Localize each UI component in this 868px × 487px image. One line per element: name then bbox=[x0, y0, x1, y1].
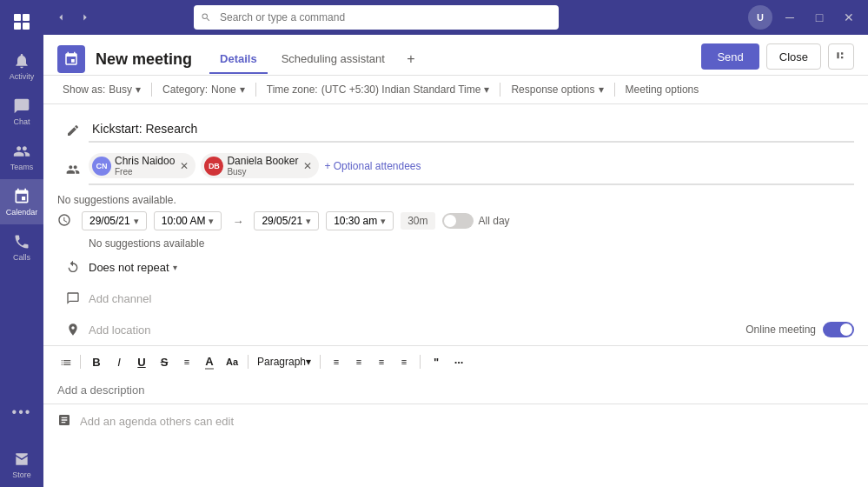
search-icon bbox=[201, 12, 211, 23]
online-toggle-knob bbox=[840, 324, 852, 336]
italic-button[interactable]: I bbox=[109, 351, 129, 372]
tab-details[interactable]: Details bbox=[209, 45, 268, 74]
remove-attendee-chris[interactable]: ✕ bbox=[180, 160, 189, 172]
category-label: Category: bbox=[162, 83, 208, 96]
close-window-button[interactable]: ✕ bbox=[837, 5, 861, 30]
title-icon bbox=[57, 117, 89, 137]
attendee-avatar-chris: CN bbox=[92, 157, 111, 176]
location-placeholder[interactable]: Add location bbox=[89, 324, 745, 337]
send-button[interactable]: Send bbox=[701, 43, 759, 70]
online-meeting-switch[interactable] bbox=[823, 322, 854, 337]
remove-attendee-daniela[interactable]: ✕ bbox=[303, 160, 312, 172]
sidebar-app-icon bbox=[0, 0, 43, 43]
category-chevron: ▾ bbox=[240, 83, 245, 96]
numbers-button[interactable]: ≡ bbox=[394, 351, 414, 372]
response-label: Response options bbox=[511, 83, 594, 96]
attendee-info-chris: Chris Naidoo Free bbox=[115, 155, 175, 177]
attendee-info-daniela: Daniela Booker Busy bbox=[227, 155, 298, 177]
form-area: CN Chris Naidoo Free ✕ DB Daniela Booker bbox=[43, 104, 868, 487]
more-icon: ••• bbox=[12, 404, 32, 420]
location-row: Add location Online meeting bbox=[43, 314, 868, 345]
response-options[interactable]: Response options ▾ bbox=[506, 81, 608, 98]
sidebar-item-store[interactable]: Store bbox=[0, 442, 43, 487]
repeat-selector[interactable]: Does not repeat ▾ bbox=[89, 261, 854, 274]
timezone-selector[interactable]: Time zone: (UTC +5:30) Indian Standard T… bbox=[262, 81, 495, 98]
end-date-selector[interactable]: 29/05/21 ▾ bbox=[254, 211, 319, 230]
toolbar-divider-2 bbox=[255, 83, 256, 97]
suggestions-text: No suggestions available. bbox=[43, 190, 868, 208]
location-content: Add location Online meeting bbox=[89, 322, 854, 337]
nav-forward-button[interactable] bbox=[75, 7, 96, 28]
timezone-value: (UTC +5:30) Indian Standard Time bbox=[321, 83, 481, 96]
meeting-options[interactable]: Meeting options bbox=[620, 81, 705, 98]
start-time-arrow: ▾ bbox=[209, 216, 214, 227]
timezone-chevron: ▾ bbox=[484, 83, 489, 96]
user-avatar[interactable]: U bbox=[748, 5, 772, 30]
sidebar-item-chat[interactable]: Chat bbox=[0, 89, 43, 134]
minimize-button[interactable]: ─ bbox=[778, 5, 802, 30]
toolbar-divider-4 bbox=[614, 83, 615, 97]
bold-button[interactable]: B bbox=[86, 351, 107, 372]
agenda-row[interactable]: Add an agenda others can edit bbox=[43, 404, 868, 438]
toolbar-divider-1 bbox=[151, 83, 152, 97]
toggle-knob bbox=[444, 215, 456, 227]
bullets-button[interactable]: ≡ bbox=[371, 351, 392, 372]
allday-switch[interactable] bbox=[442, 213, 474, 229]
description-section: B I U S ≡ A Aa Paragraph ▾ ≡ ≡ bbox=[43, 345, 868, 404]
meeting-icon bbox=[57, 45, 85, 73]
quote-button[interactable]: " bbox=[426, 351, 447, 372]
start-date: 29/05/21 bbox=[89, 215, 130, 227]
show-as-selector[interactable]: Show as: Busy ▾ bbox=[57, 81, 146, 98]
sidebar-item-calendar[interactable]: Calendar bbox=[0, 179, 43, 224]
start-date-selector[interactable]: 29/05/21 ▾ bbox=[82, 211, 147, 230]
paragraph-button[interactable]: Paragraph ▾ bbox=[254, 351, 315, 372]
no-suggestions-label: No suggestions available bbox=[43, 236, 868, 251]
underline-button[interactable]: U bbox=[131, 351, 152, 372]
tab-add-button[interactable]: + bbox=[399, 47, 423, 71]
attendees-row: CN Chris Naidoo Free ✕ DB Daniela Booker bbox=[43, 148, 868, 190]
optional-attendees-link[interactable]: + Optional attendees bbox=[324, 160, 421, 172]
channel-placeholder[interactable]: Add channel bbox=[89, 292, 151, 305]
topbar-right: U ─ □ ✕ bbox=[748, 5, 861, 30]
show-as-label: Show as: bbox=[63, 83, 105, 96]
more-tools-button[interactable]: ··· bbox=[448, 351, 469, 372]
allday-toggle[interactable]: All day bbox=[442, 213, 510, 229]
category-selector[interactable]: Category: None ▾ bbox=[157, 81, 250, 98]
strikethrough-button[interactable]: S bbox=[154, 351, 175, 372]
nav-back-button[interactable] bbox=[50, 7, 71, 28]
svg-rect-1 bbox=[23, 14, 30, 21]
expand-button[interactable] bbox=[828, 43, 854, 70]
align-center-button[interactable]: ≡ bbox=[348, 351, 369, 372]
list-button[interactable]: ≡ bbox=[176, 351, 197, 372]
meeting-header: New meeting Details Scheduling assistant… bbox=[43, 35, 868, 76]
font-size-button[interactable]: Aa bbox=[222, 351, 242, 372]
attendee-status: Busy bbox=[227, 167, 298, 177]
agenda-icon bbox=[57, 413, 71, 430]
tab-scheduling[interactable]: Scheduling assistant bbox=[271, 45, 395, 74]
end-time-selector[interactable]: 10:30 am ▾ bbox=[326, 211, 394, 230]
online-meeting-label: Online meeting bbox=[745, 324, 816, 336]
title-input[interactable] bbox=[89, 117, 854, 143]
svg-rect-0 bbox=[14, 14, 21, 21]
attendees-list: CN Chris Naidoo Free ✕ DB Daniela Booker bbox=[89, 153, 854, 185]
sidebar-item-more[interactable]: ••• bbox=[0, 390, 43, 435]
main-panel: U ─ □ ✕ New meeting Details Scheduling a… bbox=[43, 0, 868, 487]
close-button[interactable]: Close bbox=[766, 43, 821, 70]
align-button[interactable]: ≡ bbox=[326, 351, 347, 372]
description-input[interactable] bbox=[57, 376, 854, 404]
sidebar-item-calls[interactable]: Calls bbox=[0, 224, 43, 270]
start-time-selector[interactable]: 10:00 AM ▾ bbox=[154, 211, 222, 230]
repeat-chevron: ▾ bbox=[173, 263, 177, 272]
duration-badge[interactable]: 30m bbox=[401, 212, 434, 230]
topbar: U ─ □ ✕ bbox=[43, 0, 868, 35]
channel-content: Add channel bbox=[89, 292, 854, 305]
sidebar-item-label: Teams bbox=[10, 163, 34, 171]
show-as-value: Busy bbox=[109, 83, 132, 96]
search-input[interactable] bbox=[194, 5, 559, 30]
repeat-row: Does not repeat ▾ bbox=[43, 251, 868, 283]
sidebar-item-teams[interactable]: Teams bbox=[0, 134, 43, 179]
text-color-button[interactable]: A bbox=[199, 351, 220, 372]
sidebar-item-activity[interactable]: Activity bbox=[0, 43, 43, 89]
sidebar-item-label: Calendar bbox=[6, 208, 38, 217]
restore-button[interactable]: □ bbox=[807, 5, 832, 30]
